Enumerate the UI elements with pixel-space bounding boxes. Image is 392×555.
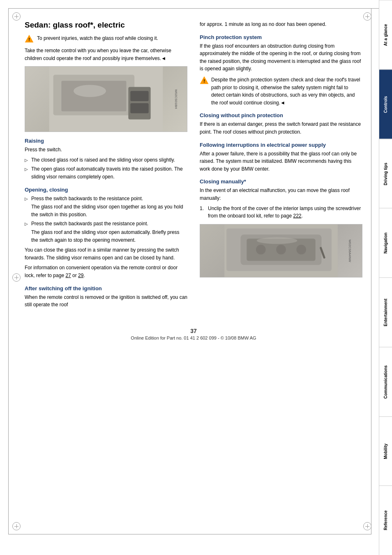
svg-rect-7	[130, 103, 148, 113]
closing-manually-svg	[200, 224, 362, 277]
reg-mark-tl	[12, 12, 21, 21]
section-after-switching: After switching off the ignition When th…	[25, 285, 187, 309]
sidebar: At a glance Controls Driving tips Naviga…	[379, 0, 392, 555]
section-opening-closing: Opening, closing ▷ Press the switch back…	[25, 187, 187, 280]
after-switching-heading: After switching off the ignition	[25, 285, 187, 291]
tab-driving-tips[interactable]: Driving tips	[379, 139, 392, 208]
svg-point-19	[257, 237, 297, 244]
interruptions-body: After a power failure, there is a possib…	[200, 150, 362, 173]
footer-text: Online Edition for Part no. 01 41 2 602 …	[25, 335, 362, 340]
intro-paragraph: Take the remote control with you when yo…	[25, 47, 187, 62]
raising-heading: Raising	[25, 138, 187, 144]
right-column: for approx. 1 minute as long as no door …	[200, 21, 362, 311]
closing-manually-image: W02CS6A4NW	[200, 224, 362, 278]
opening-closing-heading: Opening, closing	[25, 187, 187, 193]
tab-at-a-glance[interactable]: At a glance	[379, 0, 392, 69]
opening-bullet-1: ▷ Press the switch backwards to the resi…	[25, 195, 187, 219]
right-intro: for approx. 1 minute as long as no door …	[200, 21, 362, 28]
section-raising: Raising Press the switch. ▷ The closed g…	[25, 138, 187, 180]
tab-controls[interactable]: Controls	[379, 69, 392, 139]
glass-roof-image: W02CS01BH	[25, 66, 187, 132]
main-content: Sedan: glass roof*, electric ! To preven…	[0, 0, 379, 555]
bullet-arrow-icon: ▷	[25, 166, 29, 173]
page: Sedan: glass roof*, electric ! To preven…	[0, 0, 392, 555]
warning-icon-1: !	[25, 35, 34, 43]
warning-box-1: ! To prevent injuries, watch the glass r…	[25, 35, 187, 43]
link-222[interactable]: 222	[293, 213, 301, 219]
tab-reference[interactable]: Reference	[379, 486, 392, 555]
glass-roof-svg	[25, 67, 187, 132]
raising-intro: Press the switch.	[25, 146, 187, 154]
glass-roof-image-interior	[25, 67, 187, 132]
pinch-warning: ! Despite the pinch protection system ch…	[200, 76, 362, 106]
raising-bullet-1-text: The closed glass roof is raised and the …	[31, 156, 175, 164]
image-side-text-1: W02CS01BH	[175, 89, 178, 109]
border-left	[8, 8, 9, 534]
step-1: 1. Unclip the front of the cover of the …	[200, 205, 362, 220]
svg-rect-6	[130, 91, 148, 101]
tab-mobility[interactable]: Mobility	[379, 416, 392, 486]
closing-manually-image-interior	[200, 224, 362, 277]
warning-icon-2: !	[200, 76, 209, 84]
raising-bullets: ▷ The closed glass roof is raised and th…	[25, 156, 187, 181]
closing-manually-intro: In the event of an electrical malfunctio…	[200, 187, 362, 202]
raising-bullet-2: ▷ The open glass roof automatically trav…	[25, 165, 187, 180]
two-column-layout: Sedan: glass roof*, electric ! To preven…	[25, 21, 362, 311]
closing-no-pinch-heading: Closing without pinch protection	[200, 112, 362, 118]
step-number-1: 1.	[200, 205, 205, 213]
raising-bullet-2-text: The open glass roof automatically travel…	[31, 165, 187, 180]
reg-mark-bl	[12, 522, 21, 530]
image-side-text-2: W02CS6A4NW	[348, 239, 352, 262]
closing-body-2: For information on convenient operation …	[25, 264, 187, 279]
tab-communications[interactable]: Communications	[379, 347, 392, 416]
reg-mark-br	[363, 522, 371, 530]
reg-mark-tr	[363, 12, 371, 21]
pinch-body: If the glass roof encounters an obstruct…	[200, 42, 362, 73]
opening-bullet-1-text: Press the switch backwards to the resist…	[31, 195, 187, 219]
bullet-arrow-icon: ▷	[25, 157, 29, 164]
section-closing-no-pinch: Closing without pinch protection If ther…	[200, 112, 362, 136]
border-top	[8, 8, 384, 9]
opening-bullet-2: ▷ Press the switch backwards past the re…	[25, 220, 187, 244]
page-footer: 37 Online Edition for Part no. 01 41 2 6…	[25, 324, 362, 340]
svg-point-15	[256, 245, 266, 254]
bullet-arrow-icon: ▷	[25, 221, 29, 227]
link-29[interactable]: 29	[78, 273, 83, 278]
svg-point-16	[276, 245, 286, 254]
tab-entertainment[interactable]: Entertainment	[379, 278, 392, 347]
bullet-arrow-icon: ▷	[25, 196, 29, 202]
warning-text-1: To prevent injuries, watch the glass roo…	[37, 35, 158, 42]
pinch-warning-text: Despite the pinch protection system chec…	[211, 76, 362, 106]
step-1-text: Unclip the front of the cover of the int…	[208, 205, 362, 220]
page-title: Sedan: glass roof*, electric	[25, 21, 187, 30]
after-switching-body: When the remote control is removed or th…	[25, 294, 187, 309]
section-pinch: Pinch protection system If the glass roo…	[200, 34, 362, 107]
reg-mark-ml	[12, 273, 21, 282]
svg-point-8	[74, 85, 106, 97]
closing-manually-steps: 1. Unclip the front of the cover of the …	[200, 205, 362, 220]
closing-no-pinch-body: If there is an external danger, press th…	[200, 120, 362, 136]
page-number: 37	[25, 328, 362, 334]
tab-navigation[interactable]: Navigation	[379, 208, 392, 278]
section-closing-manually: Closing manually* In the event of an ele…	[200, 178, 362, 220]
svg-point-17	[296, 245, 306, 254]
svg-text:!: !	[203, 79, 205, 83]
opening-bullet-2-text: Press the switch backwards past the resi…	[31, 220, 187, 244]
raising-bullet-1: ▷ The closed glass roof is raised and th…	[25, 156, 187, 164]
closing-manually-heading: Closing manually*	[200, 178, 362, 185]
section-interruptions: Following interruptions in electrical po…	[200, 142, 362, 173]
opening-closing-bullets: ▷ Press the switch backwards to the resi…	[25, 195, 187, 244]
interruptions-heading: Following interruptions in electrical po…	[200, 142, 362, 148]
closing-body-1: You can close the glass roof in a simila…	[25, 246, 187, 261]
border-bottom	[8, 534, 371, 534]
svg-text:!: !	[28, 37, 30, 42]
link-27[interactable]: 27	[65, 273, 71, 278]
left-column: Sedan: glass roof*, electric ! To preven…	[25, 21, 187, 311]
border-right	[371, 8, 371, 534]
pinch-heading: Pinch protection system	[200, 34, 362, 40]
